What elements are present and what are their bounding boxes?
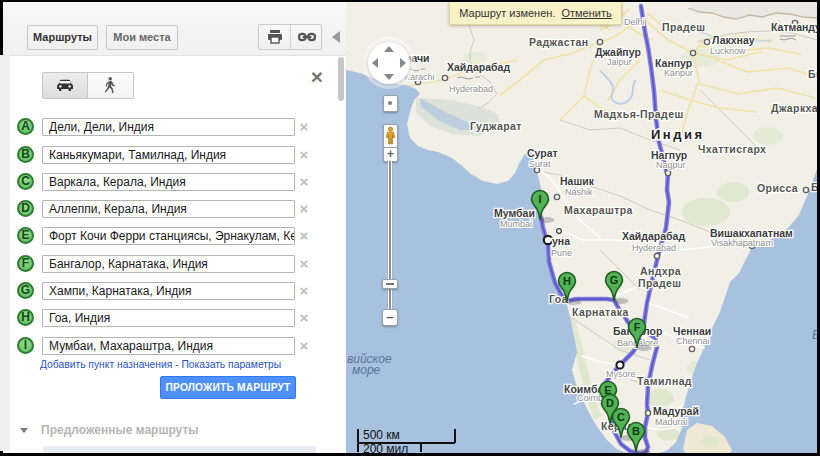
svg-text:Хайдарабад: Хайдарабад (622, 230, 685, 242)
svg-text:I: I (538, 193, 541, 205)
svg-text:Гуджарат: Гуджарат (470, 120, 522, 132)
svg-text:Hyderabad: Hyderabad (449, 84, 493, 94)
svg-text:G: G (610, 274, 619, 286)
svg-text:Mumbai: Mumbai (500, 219, 532, 229)
svg-text:D: D (606, 397, 614, 409)
svg-text:Хайдарабад: Хайдарабад (447, 61, 510, 73)
svg-text:Hyderabad: Hyderabad (632, 243, 676, 253)
svg-text:Б: Б (812, 328, 817, 342)
svg-text:Мадурай: Мадурай (653, 405, 699, 417)
svg-text:Visakhapatnam: Visakhapatnam (711, 238, 773, 248)
svg-text:уна: уна (552, 235, 570, 247)
svg-text:Surat: Surat (529, 159, 551, 169)
svg-text:500 км: 500 км (363, 428, 400, 442)
svg-text:Раджастан: Раджастан (529, 36, 589, 48)
svg-text:Мумбаи: Мумбаи (494, 207, 535, 219)
svg-text:Катманду: Катманду (771, 21, 817, 33)
svg-text:H: H (563, 275, 571, 287)
svg-text:Джаркханд: Джаркханд (771, 102, 817, 114)
svg-text:Mysore: Mysore (606, 369, 636, 379)
svg-text:Мадхья-Прадеш: Мадхья-Прадеш (594, 108, 684, 120)
svg-text:Jaipur: Jaipur (607, 57, 632, 67)
svg-text:Бих: Бих (808, 68, 817, 80)
svg-text:Сурат: Сурат (527, 147, 558, 159)
svg-text:Chennai: Chennai (676, 336, 710, 346)
svg-text:Pune: Pune (551, 248, 572, 258)
svg-text:Прадеш: Прадеш (662, 21, 705, 33)
svg-text:C: C (617, 411, 625, 423)
svg-text:Тамилнад: Тамилнад (637, 375, 692, 387)
svg-text:Махараштра: Махараштра (564, 204, 633, 216)
svg-text:Nashik: Nashik (565, 187, 593, 197)
svg-text:море: море (352, 363, 381, 377)
svg-text:Lucknow: Lucknow (710, 46, 746, 56)
svg-text:Прадеш: Прадеш (638, 277, 681, 289)
svg-text:200 мил: 200 мил (363, 442, 408, 453)
svg-text:Орисса: Орисса (757, 182, 798, 194)
svg-text:Б: Б (811, 181, 817, 193)
svg-text:Индия: Индия (651, 127, 705, 142)
svg-text:Madurai: Madurai (655, 417, 688, 427)
svg-text:Kanpur: Kanpur (664, 68, 693, 78)
svg-text:Карнатака: Карнатака (572, 306, 629, 318)
svg-text:Лакхнау: Лакхнау (712, 34, 755, 46)
svg-text:Андхра: Андхра (640, 265, 681, 277)
svg-text:B: B (632, 425, 640, 437)
svg-text:Чхаттисгарх: Чхаттисгарх (698, 143, 766, 155)
svg-text:Nagpur: Nagpur (656, 160, 686, 170)
svg-text:Karachi: Karachi (404, 72, 435, 82)
svg-text:Нашик: Нашик (560, 175, 595, 187)
svg-text:F: F (634, 321, 641, 333)
